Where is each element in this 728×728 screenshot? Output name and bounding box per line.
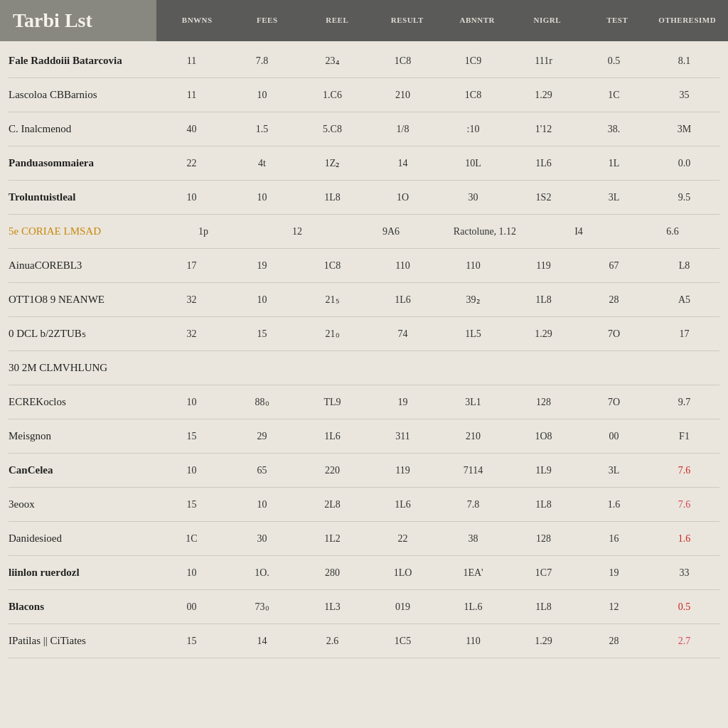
team-name: Panduasommaiera — [9, 156, 156, 171]
stat-cell: 1L8 — [508, 294, 579, 306]
stat-cell: 9.5 — [649, 192, 719, 203]
stat-cell: 38. — [579, 124, 649, 135]
stat-cell: 2L8 — [297, 499, 368, 510]
team-name: Danidesioed — [9, 532, 156, 546]
stat-cell: 23₄ — [297, 55, 368, 67]
table-row: C. Inalcmenod401.55.C81/8:101'1238.3M — [9, 112, 719, 146]
stat-cell: 1L6 — [368, 294, 438, 306]
column-header: RESULT — [373, 16, 443, 25]
stat-cell: 110 — [368, 260, 438, 272]
stat-cell: 10 — [227, 294, 297, 306]
team-name: liinlon ruerdozl — [9, 566, 156, 580]
team-name: 0 DCL b/2ZTUB₅ — [9, 327, 156, 341]
stat-cell: 33 — [649, 567, 719, 579]
stat-cell: 7.6 — [649, 499, 719, 510]
stat-cell: 11 — [156, 55, 227, 67]
stat-cell: 39₂ — [438, 294, 508, 306]
stat-cell: 00 — [579, 431, 649, 442]
stat-cell: 1L8 — [508, 601, 579, 613]
stat-cell: 7.8 — [438, 499, 508, 510]
stat-cell: 00 — [156, 601, 227, 613]
stat-cell: 9.7 — [649, 397, 719, 408]
stat-cell: 019 — [368, 601, 438, 613]
stat-cell: 35 — [649, 90, 719, 101]
stat-cell: 1.C6 — [297, 90, 368, 101]
stat-cell: 1L2 — [297, 533, 368, 545]
stat-cell: 7114 — [438, 465, 508, 476]
stat-cell: 1S2 — [508, 192, 579, 203]
stat-cell: 210 — [438, 431, 508, 442]
team-name: C. Inalcmenod — [9, 122, 156, 136]
stat-cell: 12 — [250, 226, 344, 237]
stat-cell: 1.29 — [508, 328, 579, 340]
stat-cell: 1O. — [227, 567, 297, 579]
stat-cell: 14 — [368, 158, 438, 169]
table-row: Lascoloa CBBarnios11101.C62101C81.291C35 — [9, 78, 719, 112]
stat-cell: 1L6 — [508, 158, 579, 169]
table-row: Panduasommaiera224t1Z₂1410L1L61L0.0 — [9, 146, 719, 181]
stat-cell: 19 — [227, 260, 297, 272]
stat-cell: 1p — [156, 226, 250, 237]
stat-cell: 15 — [156, 431, 227, 442]
stat-cell: 1L8 — [297, 192, 368, 203]
team-name: ECREKoclos — [9, 395, 156, 410]
stat-cell: 210 — [368, 90, 438, 101]
table-row: liinlon ruerdozl101O.2801LO1EA'1C71933 — [9, 556, 719, 590]
stat-cell: 7O — [579, 397, 649, 408]
stat-cell: 9A6 — [344, 226, 438, 237]
team-name: Troluntuistleal — [9, 191, 156, 205]
stat-cell: 1.5 — [227, 124, 297, 135]
stat-cell: 10 — [227, 499, 297, 510]
table-row: Fale Raddoiii Batarcovia117.823₄1C81C911… — [9, 44, 719, 78]
stat-cell: 1C8 — [297, 260, 368, 272]
stat-cell: 15 — [227, 328, 297, 340]
stat-cell: 67 — [579, 260, 649, 272]
stat-cell: 73₀ — [227, 601, 297, 613]
column-header: ABNNTR — [442, 16, 513, 25]
page: Tarbi Lst BNWNSFEESREELRESULTABNNTRNIGRL… — [0, 0, 728, 728]
team-name: Fale Raddoiii Batarcovia — [9, 54, 156, 68]
stat-cell: 1C5 — [368, 636, 438, 647]
table-row: CanCelea106522011971141L93L7.6 — [9, 454, 719, 488]
stat-cell: 220 — [297, 465, 368, 476]
stat-cell: 0.0 — [649, 158, 719, 169]
stat-cell: 119 — [508, 260, 579, 272]
team-name: CanCelea — [9, 464, 156, 478]
table-row: 5e CORIAE LMSAD1p129A6Ractolune, 1.12I46… — [9, 215, 719, 249]
stat-cell: 88₀ — [227, 396, 297, 408]
stat-cell: L8 — [649, 260, 719, 272]
stat-cell: 4t — [227, 158, 297, 169]
table-row: Troluntuistleal10101L81O301S23L9.5 — [9, 181, 719, 215]
stat-cell: 1L3 — [297, 601, 368, 613]
stat-cell: 19 — [579, 567, 649, 579]
stat-cell: TL9 — [297, 397, 368, 408]
stat-cell: 38 — [438, 533, 508, 545]
stat-cell: 12 — [579, 601, 649, 613]
stat-cell: 29 — [227, 431, 297, 442]
stat-cell: 15 — [156, 499, 227, 510]
stat-cell: 1.29 — [508, 90, 579, 101]
table-title: Tarbi Lst — [0, 0, 156, 41]
stat-cell: 1.6 — [579, 499, 649, 510]
stat-cell: 128 — [508, 397, 579, 408]
column-header: NIGRL — [513, 16, 583, 25]
stat-cell: 14 — [227, 636, 297, 647]
table-body: Fale Raddoiii Batarcovia117.823₄1C81C911… — [0, 41, 728, 661]
stat-cell: 1O — [368, 192, 438, 203]
stat-cell: 1.29 — [508, 636, 579, 647]
stat-cell: 1EA' — [438, 567, 508, 579]
team-name: 3eoox — [9, 498, 156, 512]
stat-cell: 22 — [368, 533, 438, 545]
stat-cell: 7O — [579, 328, 649, 340]
column-header: REEL — [302, 16, 373, 25]
stat-cell: 1L9 — [508, 465, 579, 476]
table-row: Blacons0073₀1L30191L.61L8120.5 — [9, 590, 719, 624]
stat-cell: 1C7 — [508, 567, 579, 579]
stat-cell: 7.8 — [227, 55, 297, 67]
table-row: IPatilas || CiTiates15142.61C51101.29282… — [9, 624, 719, 658]
stat-cell: 28 — [579, 636, 649, 647]
stat-cell: 119 — [368, 465, 438, 476]
stat-cell: 1L6 — [297, 431, 368, 442]
stat-cell: 1'12 — [508, 124, 579, 135]
stat-cell: 280 — [297, 567, 368, 579]
